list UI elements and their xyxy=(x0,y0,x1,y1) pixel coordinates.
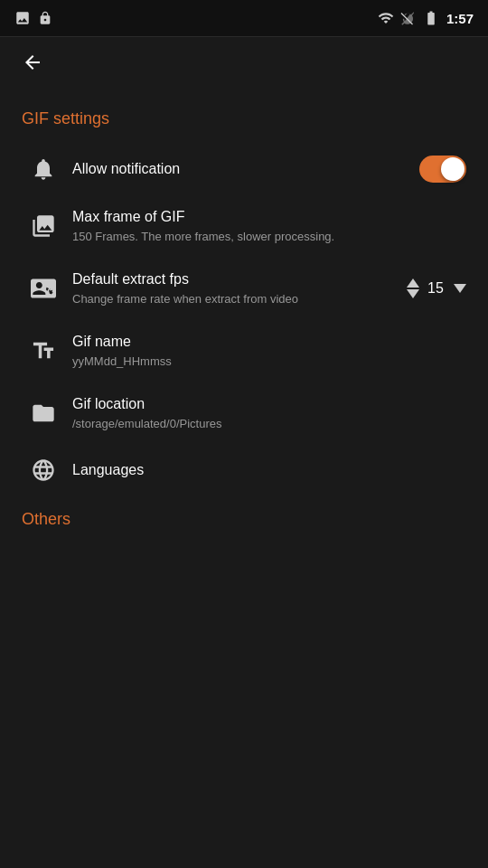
setting-item-allow-notification[interactable]: Allow notification xyxy=(0,143,488,195)
back-arrow-icon xyxy=(22,52,43,73)
allow-notification-toggle[interactable] xyxy=(419,156,466,183)
setting-item-max-frame[interactable]: Max frame of GIF 150 Frames. The more fr… xyxy=(0,195,488,258)
max-frame-text: Max frame of GIF 150 Frames. The more fr… xyxy=(72,208,466,245)
lock-status-icon xyxy=(38,11,52,25)
others-title: Others xyxy=(0,495,488,529)
text-icon xyxy=(22,338,65,363)
settings-content: GIF settings Allow notification Max fram… xyxy=(0,88,488,543)
gif-location-text: Gif location /storage/emulated/0/Picture… xyxy=(72,395,466,432)
default-fps-subtitle: Change frame rate when extract from vide… xyxy=(72,291,407,307)
image-status-icon xyxy=(14,10,31,26)
image-stack-icon xyxy=(22,213,65,239)
max-frame-subtitle: 150 Frames. The more frames, slower proc… xyxy=(72,229,466,245)
fps-arrows[interactable] xyxy=(407,278,419,298)
fps-arrow-up[interactable] xyxy=(407,278,419,288)
gif-location-subtitle: /storage/emulated/0/Pictures xyxy=(72,416,466,432)
back-button[interactable] xyxy=(14,44,51,80)
toggle-knob xyxy=(441,157,465,181)
bell-icon xyxy=(22,156,65,182)
contact-card-icon xyxy=(22,276,65,301)
folder-icon xyxy=(22,401,65,426)
wifi-icon xyxy=(378,10,394,26)
fps-value: 15 xyxy=(423,280,448,297)
setting-item-gif-location[interactable]: Gif location /storage/emulated/0/Picture… xyxy=(0,382,488,445)
setting-item-default-fps[interactable]: Default extract fps Change frame rate wh… xyxy=(0,258,488,320)
section-title: GIF settings xyxy=(0,102,488,143)
status-time: 1:57 xyxy=(446,11,474,26)
default-fps-title: Default extract fps xyxy=(72,270,407,289)
default-fps-text: Default extract fps Change frame rate wh… xyxy=(72,270,407,307)
status-bar: 1:57 xyxy=(0,0,488,36)
signal-icon xyxy=(399,10,416,26)
gif-name-subtitle: yyMMdd_HHmmss xyxy=(72,354,466,370)
top-bar xyxy=(0,37,488,88)
setting-item-languages[interactable]: Languages xyxy=(0,445,488,495)
setting-item-gif-name[interactable]: Gif name yyMMdd_HHmmss xyxy=(0,320,488,382)
languages-text: Languages xyxy=(72,461,466,480)
fps-arrow-down[interactable] xyxy=(407,289,419,298)
fps-dropdown-icon[interactable] xyxy=(454,284,466,293)
gif-name-title: Gif name xyxy=(72,333,466,352)
status-bar-left-icons xyxy=(14,10,378,26)
battery-icon xyxy=(421,10,441,26)
gif-location-title: Gif location xyxy=(72,395,466,414)
allow-notification-text: Allow notification xyxy=(72,160,419,179)
globe-icon xyxy=(22,458,65,483)
status-right-icons: 1:57 xyxy=(378,10,474,26)
allow-notification-title: Allow notification xyxy=(72,160,419,179)
toggle-switch[interactable] xyxy=(419,156,466,183)
max-frame-title: Max frame of GIF xyxy=(72,208,466,227)
languages-title: Languages xyxy=(72,461,466,480)
fps-selector[interactable]: 15 xyxy=(407,278,466,298)
gif-name-text: Gif name yyMMdd_HHmmss xyxy=(72,333,466,370)
